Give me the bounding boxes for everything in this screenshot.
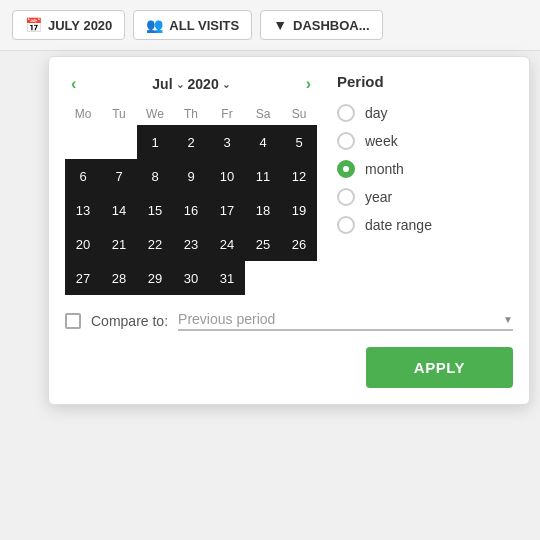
cal-day-9[interactable]: 9: [173, 159, 209, 193]
compare-label: Compare to:: [91, 313, 168, 329]
cal-day-29[interactable]: 29: [137, 261, 173, 295]
cal-header-sa: Sa: [245, 103, 281, 125]
date-button[interactable]: 📅 JULY 2020: [12, 10, 125, 40]
cal-header-tu: Tu: [101, 103, 137, 125]
cal-nav-center: Jul ⌄ 2020 ⌄: [152, 76, 229, 92]
compare-row: Compare to: Previous period ▼: [65, 311, 513, 331]
cal-header-fr: Fr: [209, 103, 245, 125]
cal-day-17[interactable]: 17: [209, 193, 245, 227]
period-label-month: month: [365, 161, 404, 177]
radio-day[interactable]: [337, 104, 355, 122]
cal-header-su: Su: [281, 103, 317, 125]
compare-chevron-icon: ▼: [503, 314, 513, 325]
period-title: Period: [337, 73, 513, 90]
panel-body: ‹ Jul ⌄ 2020 ⌄ › Mo Tu We: [65, 73, 513, 295]
cal-day-7[interactable]: 7: [101, 159, 137, 193]
cal-day-13[interactable]: 13: [65, 193, 101, 227]
radio-year[interactable]: [337, 188, 355, 206]
cal-day-23[interactable]: 23: [173, 227, 209, 261]
next-month-arrow[interactable]: ›: [300, 73, 317, 95]
cal-day-27[interactable]: 27: [65, 261, 101, 295]
radio-daterange[interactable]: [337, 216, 355, 234]
visits-button[interactable]: 👥 ALL VISITS: [133, 10, 252, 40]
cal-day-empty: [281, 261, 317, 295]
cal-day-14[interactable]: 14: [101, 193, 137, 227]
calendar-nav: ‹ Jul ⌄ 2020 ⌄ ›: [65, 73, 317, 95]
year-chevron-icon: ⌄: [222, 79, 230, 90]
cal-day-21[interactable]: 21: [101, 227, 137, 261]
cal-day-18[interactable]: 18: [245, 193, 281, 227]
apply-button[interactable]: APPLY: [366, 347, 513, 388]
month-label: Jul: [152, 76, 172, 92]
cal-day-20[interactable]: 20: [65, 227, 101, 261]
year-label: 2020: [188, 76, 219, 92]
cal-day-empty: [245, 261, 281, 295]
period-label-day: day: [365, 105, 388, 121]
cal-day-19[interactable]: 19: [281, 193, 317, 227]
date-label: JULY 2020: [48, 18, 112, 33]
calendar-grid: Mo Tu We Th Fr Sa Su 1 2 3 4 5 6 7 8 9: [65, 103, 317, 295]
cal-day-10[interactable]: 10: [209, 159, 245, 193]
cal-day-8[interactable]: 8: [137, 159, 173, 193]
period-option-month[interactable]: month: [337, 156, 513, 182]
cal-day-22[interactable]: 22: [137, 227, 173, 261]
period-option-daterange[interactable]: date range: [337, 212, 513, 238]
top-bar: 📅 JULY 2020 👥 ALL VISITS ▼ DASHBOA...: [0, 0, 540, 51]
cal-day-28[interactable]: 28: [101, 261, 137, 295]
compare-checkbox[interactable]: [65, 313, 81, 329]
period-options: Period day week month year date range: [337, 73, 513, 295]
date-picker-panel: ‹ Jul ⌄ 2020 ⌄ › Mo Tu We: [48, 56, 530, 405]
period-label-week: week: [365, 133, 398, 149]
cal-header-th: Th: [173, 103, 209, 125]
cal-day-4[interactable]: 4: [245, 125, 281, 159]
radio-month[interactable]: [337, 160, 355, 178]
cal-day-6[interactable]: 6: [65, 159, 101, 193]
cal-day-15[interactable]: 15: [137, 193, 173, 227]
cal-day-31[interactable]: 31: [209, 261, 245, 295]
cal-day-12[interactable]: 12: [281, 159, 317, 193]
apply-row: APPLY: [65, 347, 513, 388]
cal-day-empty: [101, 125, 137, 159]
cal-day-26[interactable]: 26: [281, 227, 317, 261]
period-label-year: year: [365, 189, 392, 205]
compare-select[interactable]: Previous period ▼: [178, 311, 513, 331]
dashboard-label: DASHBOA...: [293, 18, 370, 33]
cal-header-we: We: [137, 103, 173, 125]
compare-select-text: Previous period: [178, 311, 499, 327]
calendar-icon: 📅: [25, 17, 42, 33]
cal-day-empty: [65, 125, 101, 159]
dashboard-icon: ▼: [273, 17, 287, 33]
people-icon: 👥: [146, 17, 163, 33]
period-option-day[interactable]: day: [337, 100, 513, 126]
prev-month-arrow[interactable]: ‹: [65, 73, 82, 95]
cal-day-2[interactable]: 2: [173, 125, 209, 159]
cal-day-25[interactable]: 25: [245, 227, 281, 261]
cal-day-24[interactable]: 24: [209, 227, 245, 261]
cal-day-30[interactable]: 30: [173, 261, 209, 295]
month-chevron-icon: ⌄: [176, 79, 184, 90]
period-option-year[interactable]: year: [337, 184, 513, 210]
month-selector[interactable]: Jul ⌄: [152, 76, 183, 92]
cal-day-5[interactable]: 5: [281, 125, 317, 159]
year-selector[interactable]: 2020 ⌄: [188, 76, 230, 92]
cal-header-mo: Mo: [65, 103, 101, 125]
period-option-week[interactable]: week: [337, 128, 513, 154]
cal-day-1[interactable]: 1: [137, 125, 173, 159]
cal-day-16[interactable]: 16: [173, 193, 209, 227]
radio-week[interactable]: [337, 132, 355, 150]
cal-day-3[interactable]: 3: [209, 125, 245, 159]
cal-day-11[interactable]: 11: [245, 159, 281, 193]
visits-label: ALL VISITS: [169, 18, 239, 33]
dashboard-button[interactable]: ▼ DASHBOA...: [260, 10, 382, 40]
period-label-daterange: date range: [365, 217, 432, 233]
calendar: ‹ Jul ⌄ 2020 ⌄ › Mo Tu We: [65, 73, 317, 295]
